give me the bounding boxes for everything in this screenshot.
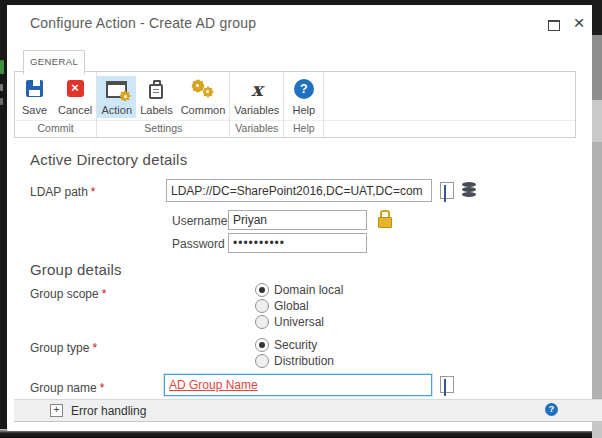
tab-general[interactable]: GENERAL — [23, 50, 85, 74]
error-handling-section-header[interactable]: + Error handling — [14, 399, 602, 422]
common-button[interactable]: Common — [177, 76, 230, 118]
radio-button[interactable] — [255, 354, 269, 368]
cancel-button[interactable]: Cancel — [54, 76, 96, 118]
radio-button[interactable] — [255, 315, 269, 329]
labels-button[interactable]: Labels — [136, 76, 176, 118]
tag-icon — [149, 84, 163, 99]
ribbon-group-help: Help Help — [284, 72, 323, 137]
ldap-path-input[interactable] — [166, 179, 432, 202]
help-button[interactable]: Help — [284, 76, 323, 118]
required-asterisk: * — [100, 381, 105, 395]
ribbon-group-label-settings: Settings — [97, 120, 229, 137]
group-name-input[interactable] — [164, 374, 432, 396]
action-button[interactable]: Action — [97, 76, 136, 118]
ribbon-group-commit: Save Cancel Commit — [15, 72, 96, 137]
background-window-fragment — [0, 84, 3, 91]
group-scope-label: Group scope* — [30, 287, 106, 301]
radio-button-selected[interactable] — [255, 338, 269, 352]
radio-option-distribution[interactable]: Distribution — [255, 354, 334, 368]
save-button[interactable]: Save — [15, 76, 54, 118]
close-icon — [573, 12, 584, 33]
configure-action-dialog: Configure Action - Create AD group GENER… — [7, 5, 592, 431]
double-gear-icon — [192, 80, 214, 98]
close-button[interactable] — [568, 10, 590, 36]
expand-icon[interactable]: + — [50, 404, 63, 417]
required-asterisk: * — [102, 287, 107, 301]
question-mark-icon — [294, 79, 314, 99]
password-label: Password — [172, 237, 225, 251]
background-window-fragment-icon — [0, 60, 4, 74]
ribbon-group-label-commit: Commit — [15, 120, 96, 137]
radio-option-security[interactable]: Security — [255, 338, 317, 352]
dialog-title: Configure Action - Create AD group — [30, 15, 256, 31]
section-heading-ad-details: Active Directory details — [30, 151, 187, 168]
italic-x-icon — [251, 80, 262, 98]
ldap-path-label: LDAP path* — [30, 185, 96, 199]
scrollbar-thumb[interactable] — [592, 35, 602, 100]
action-window-gear-icon — [106, 81, 127, 98]
backdrop-edge-right — [592, 0, 602, 35]
radio-option-global[interactable]: Global — [255, 299, 309, 313]
scrollbar-track-segment — [592, 100, 602, 142]
radio-button-selected[interactable] — [255, 283, 269, 297]
error-handling-label: Error handling — [71, 404, 146, 418]
background-window-fragment — [0, 98, 3, 105]
radio-option-domain-local[interactable]: Domain local — [255, 283, 343, 297]
ribbon-group-label-variables: Variables — [230, 120, 283, 137]
group-name-label: Group name* — [30, 381, 104, 395]
save-icon — [26, 80, 43, 97]
page-scrollbar[interactable] — [592, 35, 602, 438]
radio-option-universal[interactable]: Universal — [255, 315, 324, 329]
cancel-icon — [67, 80, 84, 97]
variables-button[interactable]: Variables — [230, 76, 283, 118]
lookup-book-icon[interactable] — [440, 182, 454, 199]
data-source-database-icon[interactable] — [462, 182, 476, 198]
credentials-lock-icon — [378, 210, 392, 227]
username-input[interactable] — [228, 210, 367, 230]
ribbon-group-settings: Action Labels Common Settings — [97, 72, 229, 137]
ribbon-group-label-help: Help — [284, 120, 323, 137]
maximize-button[interactable] — [544, 15, 564, 35]
ribbon-group-variables: Variables Variables — [230, 72, 283, 137]
required-asterisk: * — [91, 185, 96, 199]
ribbon-panel: Save Cancel Commit Action — [14, 71, 576, 138]
group-type-label: Group type* — [30, 341, 97, 355]
maximize-icon — [548, 20, 560, 31]
required-asterisk: * — [92, 341, 97, 355]
radio-button[interactable] — [255, 299, 269, 313]
ribbon-filler — [324, 72, 575, 137]
section-heading-group-details: Group details — [30, 261, 122, 278]
username-label: Username* — [172, 214, 235, 228]
lookup-book-icon[interactable] — [440, 376, 454, 393]
error-handling-help-icon[interactable] — [545, 403, 558, 416]
password-input[interactable] — [228, 233, 367, 253]
